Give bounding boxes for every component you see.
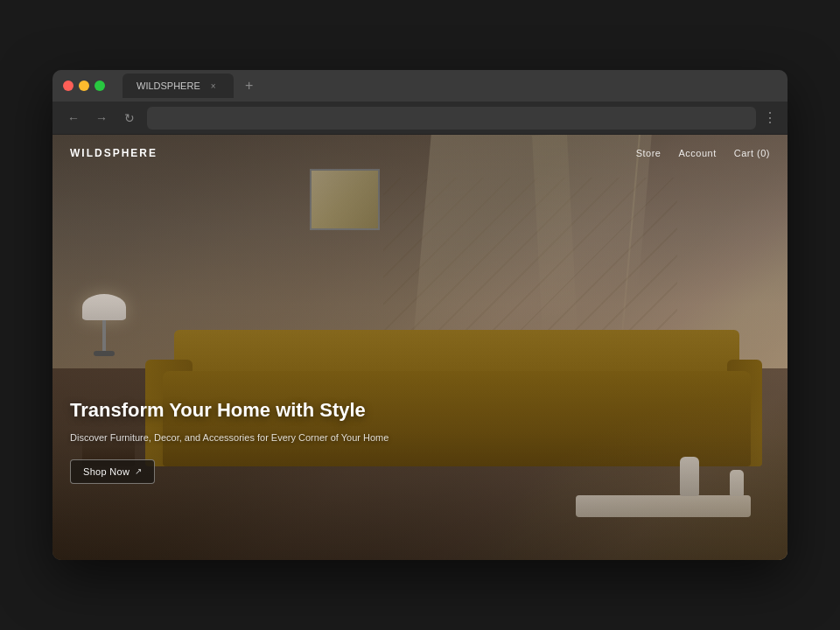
nav-cart-link[interactable]: Cart (0) <box>734 148 770 158</box>
nav-store-link[interactable]: Store <box>636 148 662 158</box>
browser-window: WILDSPHERE × + ← → ↻ ⋮ <box>52 70 788 560</box>
site-nav: WILDSPHERE Store Account Cart (0) <box>52 135 788 172</box>
hero-content: Transform Your Home with Style Discover … <box>70 398 388 483</box>
forward-button[interactable]: → <box>91 108 112 129</box>
shop-now-button[interactable]: Shop Now ↗ <box>70 459 155 484</box>
site-logo[interactable]: WILDSPHERE <box>70 147 158 159</box>
close-button[interactable] <box>63 80 74 91</box>
back-button[interactable]: ← <box>63 108 84 129</box>
shop-now-label: Shop Now <box>83 466 130 477</box>
website-content: WILDSPHERE Store Account Cart (0) Transf… <box>52 135 788 560</box>
external-link-icon: ↗ <box>135 466 142 476</box>
new-tab-button[interactable]: + <box>239 75 260 96</box>
traffic-lights <box>63 80 105 91</box>
minimize-button[interactable] <box>79 80 89 91</box>
hero-title: Transform Your Home with Style <box>70 398 388 424</box>
nav-account-link[interactable]: Account <box>678 148 716 158</box>
nav-links: Store Account Cart (0) <box>636 148 770 158</box>
maximize-button[interactable] <box>94 80 105 91</box>
scene-container <box>52 135 788 560</box>
reload-button[interactable]: ↻ <box>119 108 140 129</box>
tab-area: WILDSPHERE × + <box>122 74 260 98</box>
address-bar: ← → ↻ ⋮ <box>52 102 788 135</box>
active-tab[interactable]: WILDSPHERE × <box>122 74 234 98</box>
tab-close-button[interactable]: × <box>207 80 220 92</box>
title-bar: WILDSPHERE × + <box>52 70 788 102</box>
tab-title: WILDSPHERE <box>136 80 200 91</box>
browser-menu-button[interactable]: ⋮ <box>763 109 777 126</box>
hero-subtitle: Discover Furniture, Decor, and Accessori… <box>70 430 388 445</box>
depth-overlay <box>52 135 788 560</box>
address-input[interactable] <box>147 107 756 130</box>
